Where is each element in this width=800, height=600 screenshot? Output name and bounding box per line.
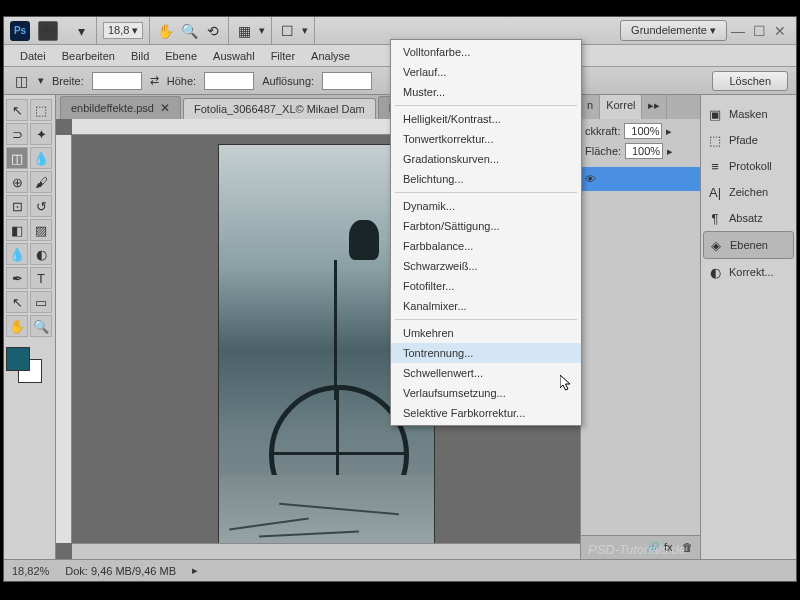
menu-item-dynamik[interactable]: Dynamik... bbox=[391, 196, 581, 216]
layers-icon: ◈ bbox=[708, 237, 724, 253]
workspace-selector[interactable]: Grundelemente ▾ bbox=[620, 20, 727, 41]
menu-bearbeiten[interactable]: Bearbeiten bbox=[54, 47, 123, 65]
menu-item-farbtonsttigung[interactable]: Farbton/Sättigung... bbox=[391, 216, 581, 236]
menu-datei[interactable]: Datei bbox=[12, 47, 54, 65]
gradient-tool[interactable]: ▨ bbox=[30, 219, 52, 241]
document-tab[interactable]: Fotolia_3066487_XL© Mikael Dam bbox=[183, 98, 376, 119]
menu-item-helligkeitkontrast[interactable]: Helligkeit/Kontrast... bbox=[391, 109, 581, 129]
zoom-status[interactable]: 18,82% bbox=[12, 565, 49, 577]
menu-item-selektivefarbkorrektur[interactable]: Selektive Farbkorrektur... bbox=[391, 403, 581, 423]
panel-tab[interactable]: n bbox=[581, 95, 600, 119]
chevron-right-icon[interactable]: ▸ bbox=[192, 564, 198, 577]
menu-bild[interactable]: Bild bbox=[123, 47, 157, 65]
chevron-down-icon[interactable]: ▾ bbox=[38, 74, 44, 87]
panel-pfade[interactable]: ⬚Pfade bbox=[703, 127, 794, 153]
menu-item-umkehren[interactable]: Umkehren bbox=[391, 323, 581, 343]
panel-masken[interactable]: ▣Masken bbox=[703, 101, 794, 127]
menu-item-schwarzwei[interactable]: Schwarzweiß... bbox=[391, 256, 581, 276]
status-bar: 18,82% Dok: 9,46 MB/9,46 MB ▸ bbox=[4, 559, 796, 581]
resolution-input[interactable] bbox=[322, 72, 372, 90]
path-icon: ⬚ bbox=[707, 132, 723, 148]
blur-tool[interactable]: 💧 bbox=[6, 243, 28, 265]
type-tool[interactable]: T bbox=[30, 267, 52, 289]
width-input[interactable] bbox=[92, 72, 142, 90]
menu-item-farbbalance[interactable]: Farbbalance... bbox=[391, 236, 581, 256]
close-button[interactable]: ✕ bbox=[770, 23, 790, 39]
menu-auswahl[interactable]: Auswahl bbox=[205, 47, 263, 65]
history-brush-tool[interactable]: ↺ bbox=[30, 195, 52, 217]
photoshop-icon[interactable]: Ps bbox=[10, 21, 30, 41]
crop-tool-icon[interactable]: ◫ bbox=[12, 72, 30, 90]
menu-item-fotofilter[interactable]: Fotofilter... bbox=[391, 276, 581, 296]
chevron-right-icon[interactable]: ▸ bbox=[666, 125, 672, 138]
zoom-level-select[interactable]: 18,8 ▾ bbox=[103, 22, 143, 39]
menu-item-verlauf[interactable]: Verlauf... bbox=[391, 62, 581, 82]
height-input[interactable] bbox=[204, 72, 254, 90]
foreground-color[interactable] bbox=[6, 347, 30, 371]
chevron-down-icon[interactable]: ▾ bbox=[302, 24, 308, 37]
move-tool[interactable]: ↖ bbox=[6, 99, 28, 121]
opacity-label: ckkraft: bbox=[585, 125, 620, 137]
file-icon[interactable]: ▾ bbox=[72, 22, 90, 40]
menu-item-tontrennung[interactable]: Tontrennung... bbox=[391, 343, 581, 363]
menu-filter[interactable]: Filter bbox=[263, 47, 303, 65]
panel-tab[interactable]: Korrel bbox=[600, 95, 642, 119]
color-picker[interactable] bbox=[6, 347, 46, 383]
minimize-button[interactable]: — bbox=[727, 23, 749, 39]
path-select-tool[interactable]: ↖ bbox=[6, 291, 28, 313]
eraser-tool[interactable]: ◧ bbox=[6, 219, 28, 241]
heal-tool[interactable]: ⊕ bbox=[6, 171, 28, 193]
lasso-tool[interactable]: ⊃ bbox=[6, 123, 28, 145]
pen-tool[interactable]: ✒ bbox=[6, 267, 28, 289]
arrange-icon[interactable]: ▦ bbox=[235, 22, 253, 40]
wand-tool[interactable]: ✦ bbox=[30, 123, 52, 145]
panel-zeichen[interactable]: A|Zeichen bbox=[703, 179, 794, 205]
menu-item-kanalmixer[interactable]: Kanalmixer... bbox=[391, 296, 581, 316]
document-size-status[interactable]: Dok: 9,46 MB/9,46 MB bbox=[65, 565, 176, 577]
close-icon[interactable]: ✕ bbox=[160, 101, 170, 115]
dodge-tool[interactable]: ◐ bbox=[30, 243, 52, 265]
marquee-tool[interactable]: ⬚ bbox=[30, 99, 52, 121]
menu-ebene[interactable]: Ebene bbox=[157, 47, 205, 65]
swap-icon[interactable]: ⇄ bbox=[150, 74, 159, 87]
shape-tool[interactable]: ▭ bbox=[30, 291, 52, 313]
layer-visibility-icon[interactable]: 👁 bbox=[585, 173, 596, 185]
menu-item-muster[interactable]: Muster... bbox=[391, 82, 581, 102]
layer-row[interactable]: 👁 bbox=[581, 167, 700, 191]
menu-item-schwellenwert[interactable]: Schwellenwert... bbox=[391, 363, 581, 383]
hand-tool-icon[interactable]: ✋ bbox=[156, 22, 174, 40]
rider-silhouette bbox=[349, 220, 379, 260]
menu-item-volltonfarbe[interactable]: Volltonfarbe... bbox=[391, 42, 581, 62]
adjustments-icon: ◐ bbox=[707, 264, 723, 280]
zoom-tool-icon[interactable]: 🔍 bbox=[180, 22, 198, 40]
horizontal-scrollbar[interactable] bbox=[72, 543, 580, 559]
vertical-ruler[interactable] bbox=[56, 135, 72, 543]
opacity-input[interactable]: 100% bbox=[624, 123, 662, 139]
chevron-right-icon[interactable]: ▸ bbox=[667, 145, 673, 158]
menu-item-belichtung[interactable]: Belichtung... bbox=[391, 169, 581, 189]
crop-tool[interactable]: ◫ bbox=[6, 147, 28, 169]
document-tab[interactable]: enbildeffekte.psd✕ bbox=[60, 96, 181, 119]
brush-tool[interactable]: 🖌 bbox=[30, 171, 52, 193]
rotate-icon[interactable]: ⟲ bbox=[204, 22, 222, 40]
menu-item-tonwertkorrektur[interactable]: Tonwertkorrektur... bbox=[391, 129, 581, 149]
panel-ebenen[interactable]: ◈Ebenen bbox=[703, 231, 794, 259]
fill-input[interactable]: 100% bbox=[625, 143, 663, 159]
chevron-down-icon[interactable]: ▾ bbox=[259, 24, 265, 37]
panel-protokoll[interactable]: ≡Protokoll bbox=[703, 153, 794, 179]
screenmode-icon[interactable]: ☐ bbox=[278, 22, 296, 40]
zoom-tool[interactable]: 🔍 bbox=[30, 315, 52, 337]
eyedropper-tool[interactable]: 💧 bbox=[30, 147, 52, 169]
stamp-tool[interactable]: ⊡ bbox=[6, 195, 28, 217]
menu-item-verlaufsumsetzung[interactable]: Verlaufsumsetzung... bbox=[391, 383, 581, 403]
hand-tool[interactable]: ✋ bbox=[6, 315, 28, 337]
maximize-button[interactable]: ☐ bbox=[749, 23, 770, 39]
panel-tab-more[interactable]: ▸▸ bbox=[642, 95, 667, 119]
menu-analyse[interactable]: Analyse bbox=[303, 47, 358, 65]
bridge-icon[interactable]: Br bbox=[38, 21, 58, 41]
fill-label: Fläche: bbox=[585, 145, 621, 157]
panel-korrekturen[interactable]: ◐Korrekt... bbox=[703, 259, 794, 285]
menu-item-gradationskurven[interactable]: Gradationskurven... bbox=[391, 149, 581, 169]
clear-button[interactable]: Löschen bbox=[712, 71, 788, 91]
panel-absatz[interactable]: ¶Absatz bbox=[703, 205, 794, 231]
